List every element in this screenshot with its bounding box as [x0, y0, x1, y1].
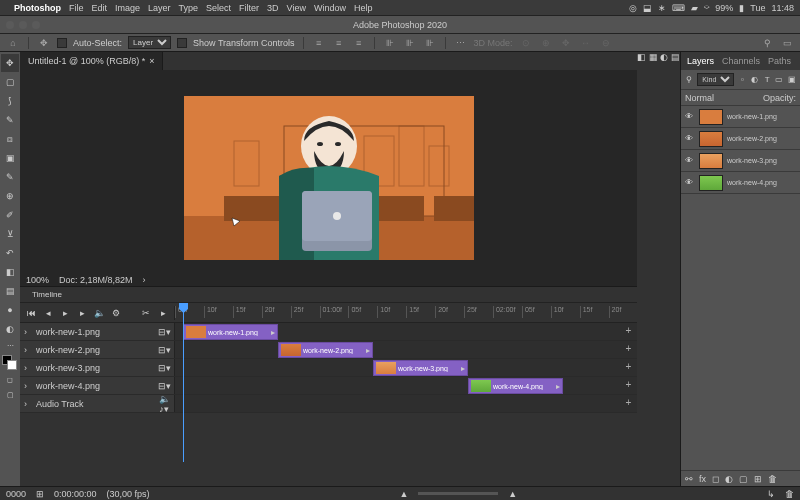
track-film-icon[interactable]: ⊟▾	[158, 363, 170, 373]
trash-icon[interactable]: 🗑	[785, 489, 794, 499]
visibility-icon[interactable]: 👁	[685, 134, 695, 143]
traffic-lights[interactable]	[6, 21, 40, 29]
link-layers-icon[interactable]: ⚯	[685, 474, 693, 484]
align-left-icon[interactable]: ≡	[312, 36, 326, 50]
filter-type-icon[interactable]: T	[763, 74, 771, 86]
menu-filter[interactable]: Filter	[239, 3, 259, 13]
menu-3d[interactable]: 3D	[267, 3, 279, 13]
new-layer-icon[interactable]: ⊞	[754, 474, 762, 484]
mute-button[interactable]: 🔈	[92, 306, 106, 320]
expand-track-icon[interactable]: ›	[24, 381, 32, 391]
visibility-icon[interactable]: 👁	[685, 112, 695, 121]
timeline-tab[interactable]: Timeline	[28, 288, 66, 301]
track-header[interactable]: ›work-new-2.png⊟▾	[20, 341, 175, 358]
color-panel-icon[interactable]: ◧	[637, 52, 646, 62]
search-icon[interactable]: ⚲	[760, 36, 774, 50]
video-clip[interactable]: work-new-4.png▸	[468, 378, 563, 394]
marquee-tool[interactable]: ▢	[1, 73, 19, 91]
next-frame-button[interactable]: ▸	[75, 306, 89, 320]
workspace-icon[interactable]: ▭	[780, 36, 794, 50]
auto-select-dropdown[interactable]: Layer	[128, 36, 171, 49]
layer-mask-icon[interactable]: ◻	[712, 474, 719, 484]
blur-tool[interactable]: ●	[1, 301, 19, 319]
track-header[interactable]: ›Audio Track🔈 ♪▾	[20, 395, 175, 412]
timeline-options-button[interactable]: ⚙	[109, 306, 123, 320]
filter-shape-icon[interactable]: ▭	[775, 74, 783, 86]
more-icon[interactable]: ⋯	[454, 36, 468, 50]
filter-adjust-icon[interactable]: ◐	[751, 74, 759, 86]
adjustment-layer-icon[interactable]: ◐	[725, 474, 733, 484]
dodge-tool[interactable]: ◐	[1, 320, 19, 338]
menu-layer[interactable]: Layer	[148, 3, 171, 13]
track-film-icon[interactable]: ⊟▾	[158, 327, 170, 337]
split-clip-button[interactable]: ✂	[139, 306, 153, 320]
render-icon[interactable]: ↳	[767, 489, 775, 499]
track-body[interactable]: work-new-3.png▸+	[175, 359, 637, 376]
clip-menu-icon[interactable]: ▸	[556, 382, 560, 391]
visibility-icon[interactable]: 👁	[685, 178, 695, 187]
timeline-ruler[interactable]: 05f10f15f20f25f01:00f05f10f15f20f25f02:0…	[175, 303, 637, 322]
delete-layer-icon[interactable]: 🗑	[768, 474, 777, 484]
menu-help[interactable]: Help	[354, 3, 373, 13]
distribute-bottom-icon[interactable]: ⊪	[423, 36, 437, 50]
menu-view[interactable]: View	[287, 3, 306, 13]
clip-menu-icon[interactable]: ▸	[461, 364, 465, 373]
frame-tool[interactable]: ▣	[1, 149, 19, 167]
track-body[interactable]: +	[175, 395, 637, 412]
brush-tool[interactable]: ✐	[1, 206, 19, 224]
expand-track-icon[interactable]: ›	[24, 363, 32, 373]
quick-mask-tool[interactable]: ◻	[1, 373, 19, 387]
blend-mode-dropdown[interactable]: Normal	[685, 93, 714, 103]
expand-track-icon[interactable]: ›	[24, 327, 32, 337]
zoom-in-icon[interactable]: ▲	[508, 489, 517, 499]
filter-kind-dropdown[interactable]: Kind	[697, 73, 734, 86]
clone-tool[interactable]: ⊻	[1, 225, 19, 243]
first-frame-button[interactable]: ⏮	[24, 306, 38, 320]
track-body[interactable]: work-new-4.png▸+	[175, 377, 637, 394]
libraries-panel-icon[interactable]: ▤	[671, 52, 680, 62]
visibility-icon[interactable]: 👁	[685, 156, 695, 165]
home-icon[interactable]: ⌂	[6, 36, 20, 50]
menu-file[interactable]: File	[69, 3, 84, 13]
document-tab[interactable]: Untitled-1 @ 100% (RGB/8) * ×	[20, 52, 163, 70]
track-film-icon[interactable]: ⊟▾	[158, 381, 170, 391]
show-transform-checkbox[interactable]	[177, 38, 187, 48]
gradient-tool[interactable]: ▤	[1, 282, 19, 300]
convert-frames-icon[interactable]: ⊞	[36, 489, 44, 499]
layer-row[interactable]: 👁work-new-2.png	[681, 128, 800, 150]
move-tool[interactable]: ✥	[1, 54, 19, 72]
layers-tab[interactable]: Layers	[687, 56, 714, 66]
track-body[interactable]: work-new-1.png▸+	[175, 323, 637, 340]
auto-select-checkbox[interactable]	[57, 38, 67, 48]
history-brush-tool[interactable]: ↶	[1, 244, 19, 262]
edit-toolbar[interactable]: ⋯	[1, 339, 19, 353]
prev-frame-button[interactable]: ◂	[41, 306, 55, 320]
video-clip[interactable]: work-new-3.png▸	[373, 360, 468, 376]
menu-type[interactable]: Type	[179, 3, 199, 13]
add-audio-icon[interactable]: +	[626, 397, 632, 408]
healing-tool[interactable]: ⊕	[1, 187, 19, 205]
layer-row[interactable]: 👁work-new-3.png	[681, 150, 800, 172]
close-tab-icon[interactable]: ×	[149, 56, 154, 66]
clip-menu-icon[interactable]: ▸	[271, 328, 275, 337]
layer-row[interactable]: 👁work-new-1.png	[681, 106, 800, 128]
eraser-tool[interactable]: ◧	[1, 263, 19, 281]
layer-style-icon[interactable]: fx	[699, 474, 706, 484]
timeline-zoom-slider[interactable]	[418, 492, 498, 495]
align-center-icon[interactable]: ≡	[332, 36, 346, 50]
foreground-bg-colors[interactable]	[1, 354, 19, 372]
channels-tab[interactable]: Channels	[722, 56, 760, 66]
filter-smart-icon[interactable]: ▣	[788, 74, 796, 86]
quick-select-tool[interactable]: ✎	[1, 111, 19, 129]
transition-button[interactable]: ▸	[156, 306, 170, 320]
track-header[interactable]: ›work-new-3.png⊟▾	[20, 359, 175, 376]
group-icon[interactable]: ▢	[739, 474, 748, 484]
menu-image[interactable]: Image	[115, 3, 140, 13]
menu-edit[interactable]: Edit	[92, 3, 108, 13]
canvas-area[interactable]: 100% Doc: 2,18M/8,82M ›	[20, 70, 637, 286]
add-media-icon[interactable]: +	[626, 325, 632, 336]
adjustments-panel-icon[interactable]: ◐	[660, 52, 668, 62]
doc-info-arrow-icon[interactable]: ›	[143, 275, 146, 285]
zoom-level[interactable]: 100%	[26, 275, 49, 285]
expand-track-icon[interactable]: ›	[24, 345, 32, 355]
